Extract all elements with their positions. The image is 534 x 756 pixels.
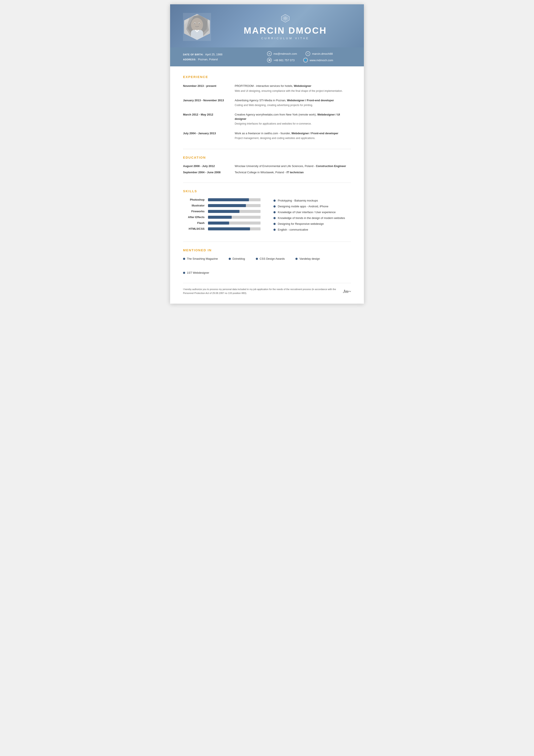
skill-name: Photoshop: [183, 198, 205, 201]
mentioned-list: The Smashing Magazine Dzineblog CSS Desi…: [183, 257, 351, 274]
email-item: ✉ me@mdmoch.com: [267, 51, 297, 56]
education-list: August 2008 - July 2012 Wroclaw Universi…: [183, 164, 351, 174]
mentioned-item: Dzineblog: [229, 257, 245, 260]
bullet-dot: [273, 205, 276, 207]
exp-title: Advertising Agency STI-Media in Poznan, …: [235, 98, 351, 103]
skill-bar-fill: [208, 222, 229, 225]
exp-details: Advertising Agency STI-Media in Poznan, …: [235, 98, 351, 108]
skill-bar-bg: [208, 228, 261, 230]
skill-list-text: Knowledge of User interface / User exper…: [278, 210, 336, 214]
exp-details: Creative Agency worryfreelabs.com from N…: [235, 113, 351, 126]
skill-list-item: English - communicative: [273, 228, 351, 231]
divider-1: [183, 149, 351, 149]
bullet-dot: [273, 200, 276, 202]
exp-desc: Web and UI designing, ensuring complianc…: [235, 89, 351, 93]
mentioned-item: Vandelay design: [295, 257, 320, 260]
education-item: August 2008 - July 2012 Wroclaw Universi…: [183, 164, 351, 168]
exp-title: Creative Agency worryfreelabs.com from N…: [235, 113, 351, 121]
bullet-dot: [229, 258, 231, 260]
exp-title: Work as a freelancer in swiths.com - fou…: [235, 131, 351, 136]
phone-icon: ☎: [267, 58, 272, 63]
skill-list-text: Prototyping - Balsamiq mockups: [278, 199, 318, 202]
experience-item: July 2004 - January 2013 Work as a freel…: [183, 131, 351, 141]
website-icon: 🌐: [303, 58, 308, 63]
email-icon: ✉: [267, 51, 272, 56]
skill-bar-bg: [208, 222, 261, 225]
profile-photo: [183, 13, 211, 41]
experience-item: March 2012 - May 2012 Creative Agency wo…: [183, 113, 351, 126]
logo: [220, 14, 351, 23]
experience-section: EXPERIENCE November 2013 - present PROFI…: [183, 75, 351, 140]
contact-row-2: ☎ +48 661 757 073 🌐 www.mdmoch.com: [267, 58, 351, 63]
experience-item: January 2013 - November 2013 Advertising…: [183, 98, 351, 108]
dob-value: April 25, 1988: [205, 53, 222, 56]
experience-title: EXPERIENCE: [183, 75, 351, 79]
skype-value: marcin.dmoch88: [312, 52, 333, 55]
skill-list-text: Designing for Responsive webdesign: [278, 222, 324, 226]
skill-list-text: Knowledge of trends in the design of mod…: [278, 216, 345, 220]
skill-bar-row: Flash: [183, 221, 261, 225]
exp-date: November 2013 - present: [183, 84, 226, 93]
exp-date: July 2004 - January 2013: [183, 131, 226, 141]
phone-item: ☎ +48 661 757 073: [267, 58, 294, 63]
skill-list-item: Designing mobile apps - Android, iPhone: [273, 205, 351, 208]
skill-bar-bg: [208, 198, 261, 201]
experience-item: November 2013 - present PROFITROOM - int…: [183, 84, 351, 93]
bullet-dot: [273, 229, 276, 231]
info-left: DATE OF BIRTH: April 25, 1988 ADDRESS: P…: [183, 53, 267, 61]
skill-list-item: Prototyping - Balsamiq mockups: [273, 199, 351, 202]
skill-list-text: English - communicative: [278, 228, 308, 231]
website-value: www.mdmoch.com: [310, 59, 333, 62]
skills-container: Photoshop Illustrator Fireworks After Ef…: [183, 198, 351, 233]
skills-section: SKILLS Photoshop Illustrator Fireworks A…: [183, 189, 351, 233]
exp-desc: Project management, designing and coding…: [235, 136, 351, 140]
address-item: ADDRESS: Poznan, Poland: [183, 58, 267, 61]
address-value: Poznan, Poland: [198, 58, 218, 61]
skill-bar-bg: [208, 216, 261, 219]
education-section: EDUCATION August 2008 - July 2012 Wrocla…: [183, 156, 351, 174]
bullet-dot: [183, 272, 185, 274]
mentioned-text: The Smashing Magazine: [187, 257, 218, 260]
info-right: ✉ me@mdmoch.com S marcin.dmoch88 ☎ +48 6…: [267, 51, 351, 63]
skills-list: Prototyping - Balsamiq mockups Designing…: [273, 198, 351, 233]
skill-name: After Effects: [183, 216, 205, 219]
exp-desc: Designing interfaces for applications an…: [235, 122, 351, 126]
mentioned-title: MENTIONED IN: [183, 248, 351, 252]
skill-bar-row: Illustrator: [183, 204, 261, 207]
bullet-dot: [273, 223, 276, 225]
cv-page: MARCIN DMOCH CURRICULUM VITAE DATE OF BI…: [170, 4, 364, 304]
divider-2: [183, 182, 351, 183]
skill-list-item: Designing for Responsive webdesign: [273, 222, 351, 226]
edu-date: August 2008 - July 2012: [183, 164, 226, 168]
bullet-dot: [183, 258, 185, 260]
bullet-dot: [273, 217, 276, 219]
skill-bar-fill: [208, 210, 240, 213]
website-item: 🌐 www.mdmoch.com: [303, 58, 333, 63]
skill-name: Illustrator: [183, 204, 205, 207]
dob-label: DATE OF BIRTH:: [183, 53, 203, 56]
skill-bar-fill: [208, 228, 250, 230]
dob-item: DATE OF BIRTH: April 25, 1988: [183, 53, 267, 56]
main-content: EXPERIENCE November 2013 - present PROFI…: [170, 67, 364, 304]
info-bar: DATE OF BIRTH: April 25, 1988 ADDRESS: P…: [170, 47, 364, 67]
education-item: September 2004 - June 2008 Technical Col…: [183, 171, 351, 174]
exp-details: PROFITROOM - interactive services for ho…: [235, 84, 351, 93]
bullet-dot: [256, 258, 258, 260]
skills-bars: Photoshop Illustrator Fireworks After Ef…: [183, 198, 261, 233]
skill-bar-bg: [208, 210, 261, 213]
skill-name: Flash: [183, 221, 205, 225]
mentioned-item: The Smashing Magazine: [183, 257, 218, 260]
skype-icon: S: [306, 51, 310, 56]
mentioned-text: Vandelay design: [299, 257, 320, 260]
skill-list-text: Designing mobile apps - Android, iPhone: [278, 205, 328, 208]
skill-list-item: Knowledge of trends in the design of mod…: [273, 216, 351, 220]
footer: I hereby authorize you to process my per…: [183, 283, 351, 295]
exp-details: Work as a freelancer in swiths.com - fou…: [235, 131, 351, 141]
skill-bar-bg: [208, 204, 261, 207]
mentioned-text: 1ST Webdesigner: [187, 271, 209, 274]
skill-bar-row: Fireworks: [183, 210, 261, 213]
skill-bar-row: HTML5/CSS: [183, 227, 261, 230]
skill-bar-fill: [208, 198, 249, 201]
footer-text: I hereby authorize you to process my per…: [183, 287, 339, 295]
bullet-dot: [273, 211, 276, 213]
